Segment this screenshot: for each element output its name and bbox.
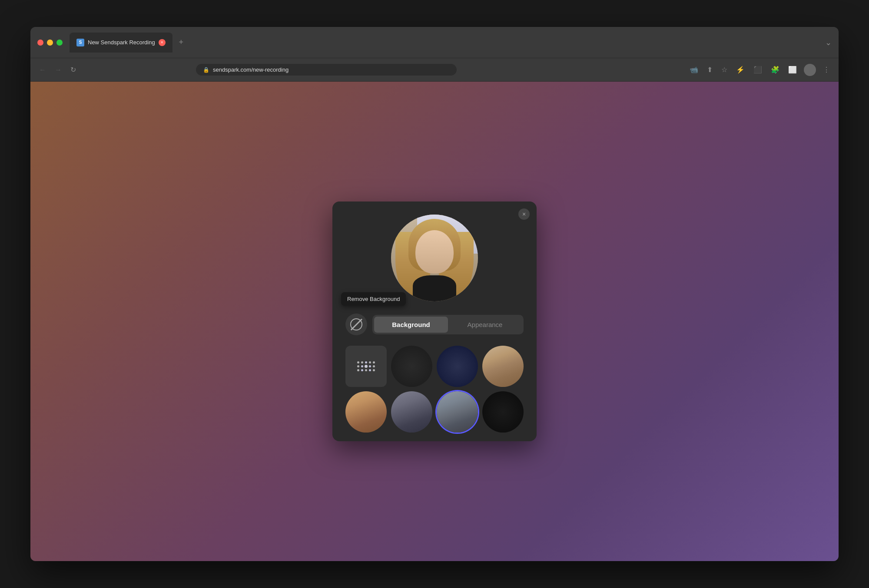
share-button[interactable]: ⬆ — [705, 64, 714, 76]
extension2-button[interactable]: ⬛ — [752, 64, 764, 76]
remove-background-button[interactable] — [345, 314, 367, 335]
active-tab[interactable]: S New Sendspark Recording × — [70, 33, 172, 53]
camera-preview — [391, 215, 478, 301]
url-bar[interactable]: 🔒 sendspark.com/new-recording — [196, 64, 457, 76]
background-option-black-texture[interactable] — [391, 346, 432, 387]
refresh-button[interactable]: ↻ — [69, 64, 78, 76]
background-grid — [345, 346, 524, 433]
tab-background[interactable]: Background — [374, 317, 448, 333]
modal-close-button[interactable]: × — [518, 208, 530, 220]
mac-window: S New Sendspark Recording × + ⌄ ← → ↻ 🔒 … — [30, 27, 839, 561]
close-window-button[interactable] — [37, 40, 43, 46]
background-option-office[interactable] — [391, 391, 432, 433]
content-area: × Remove Background — [30, 82, 839, 561]
minimize-window-button[interactable] — [47, 40, 53, 46]
address-bar: ← → ↻ 🔒 sendspark.com/new-recording 📹 ⬆ … — [30, 58, 839, 82]
tab-close-button[interactable]: × — [159, 39, 166, 46]
background-option-dark-blue[interactable] — [437, 346, 478, 387]
tooltip: Remove Background — [341, 292, 406, 306]
background-option-room-light[interactable] — [482, 346, 524, 387]
more-options-button[interactable]: ⋮ — [821, 64, 832, 76]
title-bar: S New Sendspark Recording × + ⌄ — [30, 27, 839, 58]
settings-modal: × Remove Background — [332, 202, 537, 441]
background-option-dark-rock[interactable] — [482, 391, 524, 433]
tab-title: New Sendspark Recording — [88, 39, 155, 46]
lock-icon: 🔒 — [203, 67, 209, 73]
camera-feed — [391, 215, 478, 301]
profile-avatar[interactable] — [804, 64, 816, 76]
tab-bar: S New Sendspark Recording × + — [70, 33, 825, 53]
forward-button[interactable]: → — [53, 64, 63, 76]
maximize-window-button[interactable] — [56, 40, 63, 46]
tab-appearance[interactable]: Appearance — [448, 317, 522, 333]
face — [415, 230, 454, 274]
background-option-office-selected[interactable] — [437, 391, 478, 433]
bookmark-button[interactable]: ☆ — [720, 64, 729, 76]
extensions-button[interactable]: 🧩 — [769, 64, 781, 76]
tab-group: Background Appearance — [372, 315, 524, 334]
blur-dots-icon — [357, 361, 375, 371]
background-option-room-warm[interactable] — [345, 391, 387, 433]
extension1-button[interactable]: ⚡ — [734, 64, 746, 76]
browser-chevron[interactable]: ⌄ — [825, 38, 832, 47]
split-view-button[interactable]: ⬜ — [786, 64, 799, 76]
browser-actions: 📹 ⬆ ☆ ⚡ ⬛ 🧩 ⬜ ⋮ — [688, 64, 832, 76]
traffic-lights — [37, 40, 63, 46]
body — [413, 275, 456, 301]
controls-row: Remove Background Background Appearance — [345, 314, 524, 335]
new-tab-button[interactable]: + — [174, 36, 188, 50]
tab-favicon-icon: S — [76, 39, 84, 46]
background-option-blur[interactable] — [345, 346, 387, 387]
remove-background-icon — [350, 318, 362, 330]
camera-button[interactable]: 📹 — [688, 64, 700, 76]
url-text: sendspark.com/new-recording — [213, 66, 289, 73]
back-button[interactable]: ← — [37, 64, 48, 76]
